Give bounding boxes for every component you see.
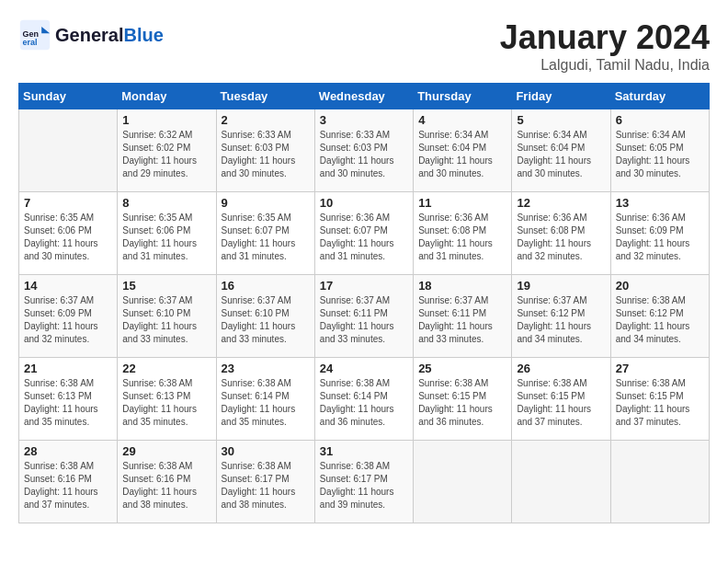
calendar-cell: 16Sunrise: 6:37 AM Sunset: 6:10 PM Dayli… xyxy=(216,275,314,358)
day-info: Sunrise: 6:38 AM Sunset: 6:16 PM Dayligh… xyxy=(24,460,112,511)
day-number: 10 xyxy=(320,196,408,210)
day-number: 8 xyxy=(122,196,210,210)
page-header: Gen eral GeneralBlue January 2024 Lalgud… xyxy=(18,18,710,74)
calendar-cell: 26Sunrise: 6:38 AM Sunset: 6:15 PM Dayli… xyxy=(512,358,610,441)
day-number: 25 xyxy=(418,362,506,375)
day-info: Sunrise: 6:33 AM Sunset: 6:03 PM Dayligh… xyxy=(320,129,408,180)
day-number: 18 xyxy=(418,279,506,293)
day-info: Sunrise: 6:38 AM Sunset: 6:14 PM Dayligh… xyxy=(222,377,310,429)
day-info: Sunrise: 6:34 AM Sunset: 6:04 PM Dayligh… xyxy=(418,129,506,180)
calendar-cell xyxy=(512,441,610,523)
calendar-cell: 30Sunrise: 6:38 AM Sunset: 6:17 PM Dayli… xyxy=(216,441,314,523)
calendar-cell: 28Sunrise: 6:38 AM Sunset: 6:16 PM Dayli… xyxy=(19,441,118,523)
day-info: Sunrise: 6:38 AM Sunset: 6:13 PM Dayligh… xyxy=(122,377,210,429)
calendar-cell xyxy=(610,441,709,523)
day-info: Sunrise: 6:38 AM Sunset: 6:15 PM Dayligh… xyxy=(418,377,506,429)
day-number: 14 xyxy=(24,279,112,293)
calendar-cell: 13Sunrise: 6:36 AM Sunset: 6:09 PM Dayli… xyxy=(610,192,709,275)
day-info: Sunrise: 6:34 AM Sunset: 6:05 PM Dayligh… xyxy=(616,129,704,180)
day-info: Sunrise: 6:38 AM Sunset: 6:15 PM Dayligh… xyxy=(517,377,605,429)
calendar-cell: 17Sunrise: 6:37 AM Sunset: 6:11 PM Dayli… xyxy=(314,275,413,358)
calendar-cell: 20Sunrise: 6:38 AM Sunset: 6:12 PM Dayli… xyxy=(610,275,709,358)
calendar-cell: 24Sunrise: 6:38 AM Sunset: 6:14 PM Dayli… xyxy=(314,358,413,441)
calendar-cell: 3Sunrise: 6:33 AM Sunset: 6:03 PM Daylig… xyxy=(314,109,413,192)
calendar-cell: 14Sunrise: 6:37 AM Sunset: 6:09 PM Dayli… xyxy=(19,275,118,358)
calendar-cell: 6Sunrise: 6:34 AM Sunset: 6:05 PM Daylig… xyxy=(610,109,709,192)
calendar-week-row: 1Sunrise: 6:32 AM Sunset: 6:02 PM Daylig… xyxy=(19,109,710,192)
calendar-cell: 27Sunrise: 6:38 AM Sunset: 6:15 PM Dayli… xyxy=(610,358,709,441)
day-info: Sunrise: 6:33 AM Sunset: 6:03 PM Dayligh… xyxy=(222,129,310,180)
day-info: Sunrise: 6:35 AM Sunset: 6:07 PM Dayligh… xyxy=(222,212,310,263)
day-number: 23 xyxy=(222,362,310,375)
day-number: 9 xyxy=(222,196,310,210)
calendar-cell xyxy=(19,109,118,192)
calendar-header-monday: Monday xyxy=(118,84,216,109)
day-info: Sunrise: 6:38 AM Sunset: 6:15 PM Dayligh… xyxy=(616,377,704,429)
day-number: 15 xyxy=(122,279,210,293)
day-number: 27 xyxy=(616,362,704,375)
day-info: Sunrise: 6:37 AM Sunset: 6:11 PM Dayligh… xyxy=(418,294,506,346)
day-number: 16 xyxy=(222,279,310,293)
day-info: Sunrise: 6:36 AM Sunset: 6:08 PM Dayligh… xyxy=(418,212,506,263)
calendar-cell: 12Sunrise: 6:36 AM Sunset: 6:08 PM Dayli… xyxy=(512,192,610,275)
day-number: 24 xyxy=(320,362,408,375)
day-number: 28 xyxy=(24,444,112,458)
day-number: 12 xyxy=(517,196,605,210)
day-number: 3 xyxy=(320,113,408,127)
calendar-week-row: 14Sunrise: 6:37 AM Sunset: 6:09 PM Dayli… xyxy=(19,275,710,358)
day-info: Sunrise: 6:35 AM Sunset: 6:06 PM Dayligh… xyxy=(122,212,210,263)
page-subtitle: Lalgudi, Tamil Nadu, India xyxy=(500,57,710,74)
calendar-cell: 4Sunrise: 6:34 AM Sunset: 6:04 PM Daylig… xyxy=(414,109,512,192)
calendar-week-row: 21Sunrise: 6:38 AM Sunset: 6:13 PM Dayli… xyxy=(19,358,710,441)
calendar-cell: 29Sunrise: 6:38 AM Sunset: 6:16 PM Dayli… xyxy=(118,441,216,523)
logo: Gen eral GeneralBlue xyxy=(18,18,164,52)
title-area: January 2024 Lalgudi, Tamil Nadu, India xyxy=(500,18,710,74)
calendar-cell: 21Sunrise: 6:38 AM Sunset: 6:13 PM Dayli… xyxy=(19,358,118,441)
calendar-cell: 22Sunrise: 6:38 AM Sunset: 6:13 PM Dayli… xyxy=(118,358,216,441)
day-info: Sunrise: 6:38 AM Sunset: 6:14 PM Dayligh… xyxy=(320,377,408,429)
calendar-cell: 31Sunrise: 6:38 AM Sunset: 6:17 PM Dayli… xyxy=(314,441,413,523)
calendar-cell: 19Sunrise: 6:37 AM Sunset: 6:12 PM Dayli… xyxy=(512,275,610,358)
svg-text:eral: eral xyxy=(23,38,38,47)
day-info: Sunrise: 6:38 AM Sunset: 6:17 PM Dayligh… xyxy=(222,460,310,511)
day-number: 21 xyxy=(24,362,112,375)
day-number: 17 xyxy=(320,279,408,293)
logo-icon: Gen eral xyxy=(18,18,51,52)
calendar-cell: 23Sunrise: 6:38 AM Sunset: 6:14 PM Dayli… xyxy=(216,358,314,441)
calendar-cell: 11Sunrise: 6:36 AM Sunset: 6:08 PM Dayli… xyxy=(414,192,512,275)
calendar-cell: 15Sunrise: 6:37 AM Sunset: 6:10 PM Dayli… xyxy=(118,275,216,358)
calendar-header-friday: Friday xyxy=(512,84,610,109)
day-number: 22 xyxy=(122,362,210,375)
calendar-header-thursday: Thursday xyxy=(414,84,512,109)
calendar-cell: 10Sunrise: 6:36 AM Sunset: 6:07 PM Dayli… xyxy=(314,192,413,275)
day-info: Sunrise: 6:32 AM Sunset: 6:02 PM Dayligh… xyxy=(122,129,210,180)
day-number: 13 xyxy=(616,196,704,210)
calendar-week-row: 28Sunrise: 6:38 AM Sunset: 6:16 PM Dayli… xyxy=(19,441,710,523)
day-info: Sunrise: 6:38 AM Sunset: 6:16 PM Dayligh… xyxy=(122,460,210,511)
calendar-cell: 9Sunrise: 6:35 AM Sunset: 6:07 PM Daylig… xyxy=(216,192,314,275)
day-number: 30 xyxy=(222,444,310,458)
day-number: 7 xyxy=(24,196,112,210)
day-number: 5 xyxy=(517,113,605,127)
day-number: 6 xyxy=(616,113,704,127)
day-info: Sunrise: 6:36 AM Sunset: 6:07 PM Dayligh… xyxy=(320,212,408,263)
calendar-cell: 1Sunrise: 6:32 AM Sunset: 6:02 PM Daylig… xyxy=(118,109,216,192)
calendar-header-saturday: Saturday xyxy=(610,84,709,109)
day-info: Sunrise: 6:38 AM Sunset: 6:13 PM Dayligh… xyxy=(24,377,112,429)
calendar-week-row: 7Sunrise: 6:35 AM Sunset: 6:06 PM Daylig… xyxy=(19,192,710,275)
day-number: 29 xyxy=(122,444,210,458)
calendar-cell: 2Sunrise: 6:33 AM Sunset: 6:03 PM Daylig… xyxy=(216,109,314,192)
day-info: Sunrise: 6:37 AM Sunset: 6:12 PM Dayligh… xyxy=(517,294,605,346)
calendar-cell: 25Sunrise: 6:38 AM Sunset: 6:15 PM Dayli… xyxy=(414,358,512,441)
day-number: 19 xyxy=(517,279,605,293)
day-info: Sunrise: 6:36 AM Sunset: 6:09 PM Dayligh… xyxy=(616,212,704,263)
day-info: Sunrise: 6:37 AM Sunset: 6:10 PM Dayligh… xyxy=(222,294,310,346)
calendar-header-wednesday: Wednesday xyxy=(314,84,413,109)
calendar-cell: 8Sunrise: 6:35 AM Sunset: 6:06 PM Daylig… xyxy=(118,192,216,275)
day-info: Sunrise: 6:37 AM Sunset: 6:11 PM Dayligh… xyxy=(320,294,408,346)
calendar-cell: 18Sunrise: 6:37 AM Sunset: 6:11 PM Dayli… xyxy=(414,275,512,358)
day-info: Sunrise: 6:34 AM Sunset: 6:04 PM Dayligh… xyxy=(517,129,605,180)
day-number: 20 xyxy=(616,279,704,293)
calendar-cell: 7Sunrise: 6:35 AM Sunset: 6:06 PM Daylig… xyxy=(19,192,118,275)
day-number: 1 xyxy=(122,113,210,127)
